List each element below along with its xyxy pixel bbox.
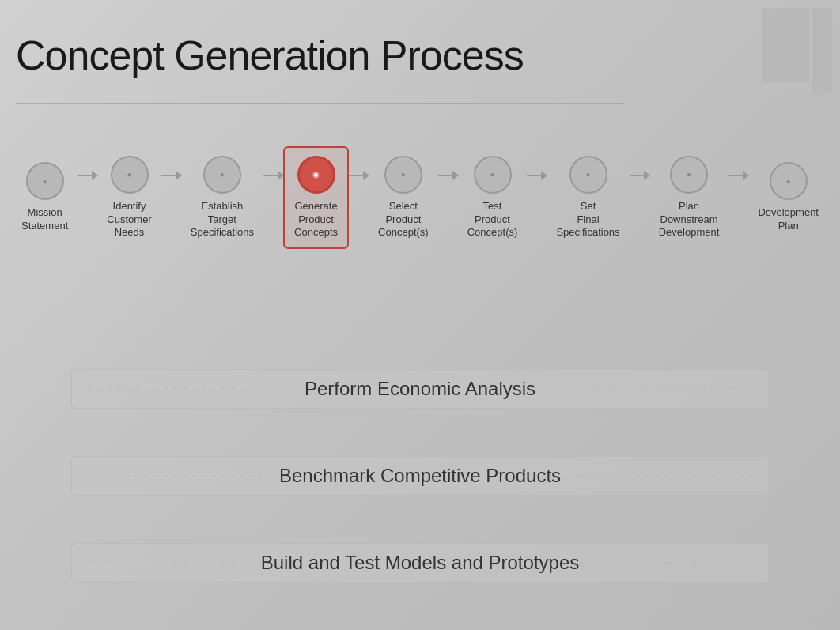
step-dot-9: ● [786, 177, 791, 186]
step-node-5[interactable]: ●Select Product Concept(s) [369, 148, 438, 248]
deco-rect-1 [762, 8, 809, 83]
step-node-2[interactable]: ●Identify Customer Needs [97, 148, 161, 248]
step-label-5: Select Product Concept(s) [378, 200, 429, 240]
step-circle-5: ● [384, 156, 422, 194]
step-circle-4: ◉ [297, 156, 335, 194]
step-box-8: ●Plan Downstream Development [649, 148, 729, 248]
step-arrow-6 [527, 175, 547, 176]
step-arrow-5 [438, 175, 458, 176]
step-dot-1: ● [43, 177, 47, 186]
step-dot-5: ● [401, 170, 406, 179]
step-dot-4: ◉ [312, 170, 320, 179]
step-circle-8: ● [670, 156, 708, 194]
step-box-2: ●Identify Customer Needs [97, 148, 161, 248]
step-node-8[interactable]: ●Plan Downstream Development [649, 148, 729, 248]
step-dot-2: ● [127, 170, 131, 179]
process-bar-label-0: Perform Economic Analysis [305, 378, 535, 400]
step-dot-3: ● [220, 170, 225, 179]
step-box-4: ◉Generate Product Concepts [283, 146, 349, 250]
deco-top-right [762, 8, 832, 95]
step-box-5: ●Select Product Concept(s) [369, 148, 438, 248]
step-label-7: Set Final Specifications [556, 200, 619, 240]
step-label-6: Test Product Concept(s) [467, 200, 518, 240]
step-dot-6: ● [490, 170, 494, 179]
process-bar-2: Build and Test Models and Prototypes [71, 543, 769, 583]
step-dot-8: ● [687, 170, 691, 179]
step-label-1: Mission Statement [21, 206, 68, 233]
step-arrow-2 [161, 175, 181, 176]
step-box-7: ●Set Final Specifications [547, 148, 629, 248]
step-arrow-4 [349, 175, 369, 176]
step-circle-1: ● [26, 162, 64, 200]
step-circle-6: ● [474, 156, 512, 194]
step-label-4: Generate Product Concepts [294, 200, 338, 240]
step-circle-9: ● [770, 162, 808, 200]
step-node-3[interactable]: ●Establish Target Specifications [181, 148, 263, 248]
step-box-6: ●Test Product Concept(s) [458, 148, 528, 248]
step-circle-2: ● [111, 156, 149, 194]
step-circle-3: ● [203, 156, 241, 194]
flow-container: ●Mission Statement●Identify Customer Nee… [8, 146, 832, 250]
process-bar-0: Perform Economic Analysis [71, 369, 769, 409]
step-label-3: Establish Target Specifications [191, 200, 254, 240]
title-divider [16, 103, 625, 104]
step-arrow-7 [630, 175, 649, 176]
step-arrow-1 [78, 175, 97, 176]
page-title: Concept Generation Process [16, 32, 524, 79]
process-bar-label-1: Benchmark Competitive Products [279, 465, 561, 487]
deco-rect-2 [812, 8, 832, 95]
process-bar-1: Benchmark Competitive Products [71, 456, 769, 496]
process-bar-label-2: Build and Test Models and Prototypes [261, 552, 579, 574]
bottom-bars: Perform Economic AnalysisBenchmark Compe… [0, 369, 840, 583]
step-box-1: ●Mission Statement [12, 154, 78, 241]
step-arrow-8 [728, 175, 748, 176]
step-node-1[interactable]: ●Mission Statement [12, 154, 78, 241]
step-label-2: Identify Customer Needs [107, 200, 151, 240]
step-node-7[interactable]: ●Set Final Specifications [547, 148, 629, 248]
step-box-9: ●Development Plan [748, 154, 828, 241]
step-circle-7: ● [569, 156, 607, 194]
process-flow: ●Mission Statement●Identify Customer Nee… [0, 123, 840, 273]
step-label-9: Development Plan [758, 206, 819, 233]
step-node-4[interactable]: ◉Generate Product Concepts [283, 146, 349, 250]
step-box-3: ●Establish Target Specifications [181, 148, 263, 248]
step-node-6[interactable]: ●Test Product Concept(s) [458, 148, 528, 248]
step-arrow-3 [263, 175, 283, 176]
step-label-8: Plan Downstream Development [659, 200, 720, 240]
step-node-9[interactable]: ●Development Plan [748, 154, 828, 241]
step-dot-7: ● [585, 170, 590, 179]
